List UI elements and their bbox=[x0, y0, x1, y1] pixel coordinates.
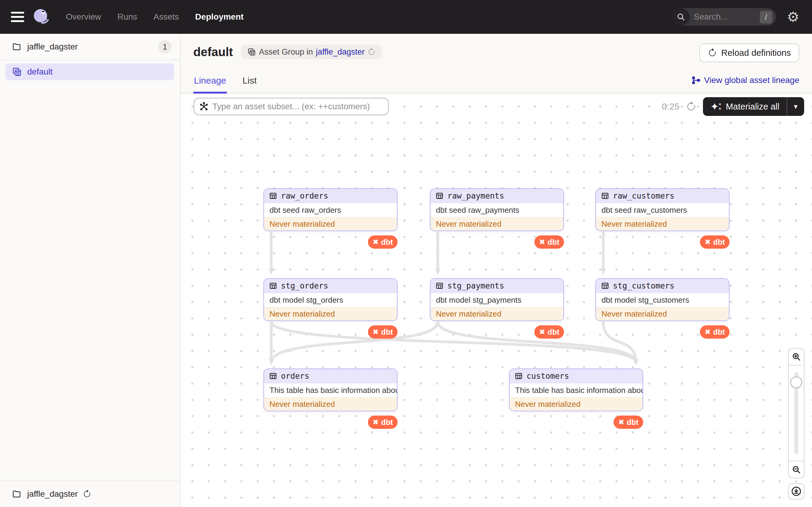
tab-list[interactable]: List bbox=[242, 75, 257, 94]
asset-status: Never materialized bbox=[264, 217, 397, 231]
asset-name: stg_payments bbox=[447, 281, 504, 290]
tag-code-location-link[interactable]: jaffle_dagster bbox=[316, 47, 365, 57]
refresh-group-icon[interactable] bbox=[368, 48, 375, 56]
table-icon bbox=[514, 372, 523, 380]
asset-node-raw_payments[interactable]: raw_paymentsdbt seed raw_paymentsNever m… bbox=[430, 188, 564, 231]
table-icon bbox=[269, 282, 277, 290]
nav-item-assets[interactable]: Assets bbox=[153, 12, 179, 22]
asset-subset-input[interactable] bbox=[212, 102, 383, 111]
zoom-out-button[interactable] bbox=[789, 461, 804, 478]
table-icon bbox=[435, 282, 444, 290]
asset-description: dbt model stg_orders bbox=[264, 293, 397, 307]
dbt-badge: ✖dbt bbox=[700, 325, 729, 339]
asset-node-stg_customers[interactable]: stg_customersdbt model stg_customersNeve… bbox=[595, 278, 729, 321]
asset-node-raw_customers[interactable]: raw_customersdbt seed raw_customersNever… bbox=[595, 188, 729, 231]
asset-node-stg_orders[interactable]: stg_ordersdbt model stg_ordersNever mate… bbox=[263, 278, 398, 321]
graph-toolbar-right: 0:25 ✦ ✦✦ Materialize all ▾ bbox=[662, 97, 804, 116]
asset-subset-filter[interactable] bbox=[194, 98, 389, 115]
search-icon bbox=[672, 8, 690, 25]
materialize-all-button-group: ✦ ✦✦ Materialize all ▾ bbox=[703, 97, 804, 116]
table-icon bbox=[269, 192, 277, 200]
asset-node-customers[interactable]: customersThis table has basic informatio… bbox=[509, 369, 643, 411]
sidebar-item-group-default[interactable]: default bbox=[5, 63, 174, 80]
asset-name: stg_orders bbox=[281, 281, 328, 290]
asset-node-header: stg_payments bbox=[430, 279, 563, 293]
menu-icon[interactable] bbox=[11, 12, 24, 22]
materialize-options-caret[interactable]: ▾ bbox=[787, 102, 804, 111]
table-icon bbox=[601, 192, 609, 200]
tab-lineage[interactable]: Lineage bbox=[193, 75, 227, 94]
asset-node-stg_payments[interactable]: stg_paymentsdbt model stg_paymentsNever … bbox=[430, 278, 564, 321]
folder-icon bbox=[12, 490, 21, 499]
asset-node-header: raw_customers bbox=[596, 189, 729, 203]
dbt-logo-icon: ✖ bbox=[373, 418, 379, 426]
dbt-badge-label: dbt bbox=[381, 238, 393, 246]
view-global-asset-lineage-link[interactable]: View global asset lineage bbox=[692, 75, 799, 85]
asset-description: dbt seed raw_customers bbox=[596, 203, 729, 217]
asset-description: dbt model stg_customers bbox=[596, 293, 729, 307]
search-shortcut-key: / bbox=[760, 11, 772, 23]
refresh-location-icon[interactable] bbox=[83, 490, 91, 498]
asset-description: dbt model stg_payments bbox=[430, 293, 563, 307]
dbt-badge-label: dbt bbox=[381, 418, 393, 427]
dbt-logo-icon: ✖ bbox=[373, 238, 379, 246]
asset-node-header: stg_orders bbox=[264, 279, 397, 293]
dbt-badge-label: dbt bbox=[548, 328, 559, 337]
asset-status: Never materialized bbox=[596, 217, 729, 231]
materialize-all-label: Materialize all bbox=[726, 102, 779, 112]
dagster-logo-icon[interactable] bbox=[32, 7, 51, 26]
table-icon bbox=[269, 372, 277, 380]
page-header: default Asset Group in jaffle_dagster Re… bbox=[181, 34, 812, 94]
global-lineage-label: View global asset lineage bbox=[704, 75, 799, 85]
group-count-badge: 1 bbox=[158, 40, 171, 53]
asset-nodes-layer: raw_ordersdbt seed raw_ordersNever mater… bbox=[181, 94, 812, 507]
asset-node-header: customers bbox=[510, 369, 643, 383]
recenter-view-button[interactable] bbox=[788, 483, 804, 500]
dbt-logo-icon: ✖ bbox=[705, 238, 711, 246]
nav-item-runs[interactable]: Runs bbox=[117, 12, 137, 22]
group-label: default bbox=[27, 67, 53, 77]
materialize-all-button[interactable]: ✦ ✦✦ Materialize all bbox=[703, 101, 786, 112]
asset-status: Never materialized bbox=[264, 397, 397, 411]
asset-status: Never materialized bbox=[430, 307, 563, 321]
nav-item-deployment[interactable]: Deployment bbox=[195, 12, 244, 22]
asset-node-raw_orders[interactable]: raw_ordersdbt seed raw_ordersNever mater… bbox=[263, 188, 398, 231]
asset-name: raw_payments bbox=[447, 191, 504, 201]
dbt-badge-label: dbt bbox=[548, 238, 559, 246]
footer-location-label: jaffle_dagster bbox=[27, 489, 78, 499]
reload-definitions-button[interactable]: Reload definitions bbox=[699, 44, 799, 62]
zoom-in-button[interactable] bbox=[789, 349, 804, 365]
top-nav: Overview Runs Assets Deployment / ⚙ bbox=[0, 0, 812, 34]
table-icon bbox=[601, 282, 609, 290]
sidebar-divider bbox=[0, 60, 180, 60]
sparkle-icon: ✦ ✦✦ bbox=[710, 101, 721, 112]
op-selector-icon bbox=[199, 102, 209, 111]
asset-node-orders[interactable]: ordersThis table has basic information a… bbox=[263, 369, 398, 411]
asset-description: This table has basic information about .… bbox=[510, 383, 643, 397]
nav-right: / ⚙ bbox=[672, 8, 812, 25]
asset-status: Never materialized bbox=[264, 307, 397, 321]
gear-icon[interactable]: ⚙ bbox=[787, 10, 799, 24]
asset-node-header: orders bbox=[264, 369, 397, 383]
zoom-slider[interactable] bbox=[789, 365, 804, 461]
page-title: default bbox=[193, 45, 233, 59]
asset-group-tag: Asset Group in jaffle_dagster bbox=[241, 45, 382, 59]
sidebar-item-code-location[interactable]: jaffle_dagster 1 bbox=[0, 34, 180, 60]
lineage-graph-icon bbox=[692, 76, 701, 85]
nav-links: Overview Runs Assets Deployment bbox=[66, 12, 244, 22]
dbt-badge: ✖dbt bbox=[535, 235, 564, 249]
global-search[interactable]: / bbox=[672, 8, 776, 25]
view-tabs: Lineage List bbox=[193, 75, 257, 94]
refresh-graph-icon[interactable] bbox=[686, 101, 696, 112]
dbt-badge: ✖dbt bbox=[368, 415, 398, 429]
asset-group-icon bbox=[247, 48, 256, 56]
dbt-badge: ✖dbt bbox=[368, 235, 398, 249]
asset-node-header: stg_customers bbox=[596, 279, 729, 293]
asset-group-icon bbox=[12, 67, 22, 77]
dbt-badge: ✖dbt bbox=[700, 235, 729, 249]
asset-description: dbt seed raw_orders bbox=[264, 203, 397, 217]
dbt-badge-label: dbt bbox=[713, 238, 725, 246]
zoom-slider-handle[interactable] bbox=[790, 376, 802, 388]
lineage-graph-canvas[interactable]: raw_ordersdbt seed raw_ordersNever mater… bbox=[181, 94, 812, 507]
nav-item-overview[interactable]: Overview bbox=[66, 12, 101, 22]
